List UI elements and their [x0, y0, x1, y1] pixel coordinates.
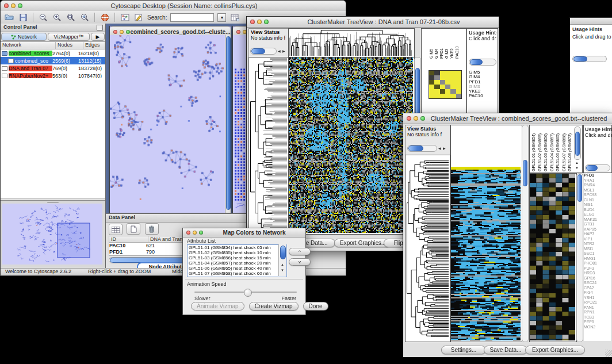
network-list-row[interactable]: combined_sco 2569(6) 13112(15) [1, 57, 105, 64]
zoom-window-icon[interactable] [264, 20, 269, 24]
gene-label[interactable]: SEC1 [584, 251, 611, 256]
close-icon[interactable] [407, 116, 411, 121]
treeview1-zoom-heatmap[interactable] [429, 70, 462, 99]
traffic-lights[interactable] [4, 3, 22, 8]
scrollbar-thumb[interactable] [280, 246, 286, 259]
treeview1-labels-hscrollbar[interactable] [469, 59, 496, 66]
close-icon[interactable] [113, 30, 117, 34]
network-overview-canvas[interactable] [2, 204, 102, 265]
annotation-icon[interactable] [133, 13, 144, 22]
zoom-heatmap-cell[interactable] [440, 80, 445, 85]
gene-label[interactable]: RNR4 [584, 183, 611, 188]
attribute-list-item[interactable]: GPL51-04 (GSM857) heat shock 20 min [188, 260, 286, 266]
gene-label[interactable]: YRA1 [584, 178, 611, 183]
search-input[interactable] [170, 13, 214, 22]
gene-label[interactable]: PEP5 [584, 320, 611, 325]
zoom-heatmap-cell[interactable] [440, 85, 445, 89]
fragment-hscrollbar[interactable] [572, 56, 607, 62]
gene-label[interactable]: GPI16 [584, 276, 611, 281]
column-label[interactable]: GIM3 [444, 30, 449, 59]
network-table-header[interactable]: Network Nodes Edges [1, 42, 105, 49]
traffic-lights[interactable] [250, 20, 269, 24]
gene-label[interactable]: MSI1 [584, 247, 611, 252]
column-label[interactable]: GIM4 [434, 30, 439, 59]
gene-label[interactable]: FIG4 [584, 290, 611, 296]
tab-overflow-arrow[interactable]: ▶ [91, 33, 105, 41]
export-graphics-button[interactable]: Export Graphics... [525, 346, 585, 354]
gene-label[interactable]: PAC10 [469, 94, 496, 98]
column-label[interactable]: GPL51-04 (GSM857) [549, 127, 556, 171]
network-birdseye-icon[interactable] [120, 13, 130, 22]
gene-label[interactable]: NIS1 [584, 202, 611, 208]
column-label[interactable]: GPL51-08 (GSM872) [567, 127, 573, 171]
zoom-heatmap-cell[interactable] [456, 94, 461, 98]
create-vizmap-button[interactable]: Create Vizmap [249, 302, 299, 311]
zoom-window-icon[interactable] [420, 116, 425, 121]
zoom-heatmap-cell[interactable] [429, 94, 434, 98]
close-icon[interactable] [250, 20, 255, 24]
gene-label[interactable]: MSL1 [584, 188, 611, 193]
usage-hints-hscrollbar[interactable] [585, 164, 610, 171]
close-icon[interactable] [4, 3, 9, 8]
gene-label[interactable]: MON2 [584, 325, 611, 330]
zoom-heatmap-cell[interactable] [450, 85, 456, 89]
traffic-lights[interactable] [113, 30, 130, 34]
zoom-selected-icon[interactable] [79, 13, 90, 22]
scroll-left-icon[interactable]: ◀ [438, 147, 441, 150]
zoom-heatmap-cell[interactable] [450, 94, 456, 98]
close-icon[interactable] [186, 231, 190, 235]
zoom-heatmap-vscrollbar[interactable] [576, 173, 583, 342]
move-up-button[interactable]: ^ [289, 248, 311, 255]
gene-label[interactable]: MAK31 [584, 217, 611, 223]
gene-label[interactable]: TCB3 [584, 315, 611, 320]
gene-label[interactable]: RPN1 [584, 310, 611, 315]
zoom-out-icon[interactable] [38, 13, 48, 22]
column-label[interactable]: GPL51-02 (GSM855) [537, 127, 544, 171]
column-label[interactable]: PFD1 [439, 30, 444, 59]
animate-vizmap-button[interactable]: Animate Vizmap [191, 302, 244, 311]
gene-label[interactable]: GTB1 [584, 222, 611, 227]
zoom-heatmap-cell[interactable] [450, 80, 456, 85]
column-label[interactable]: GIM5 [429, 30, 434, 59]
search-dropdown-arrow-icon[interactable]: ▼ [217, 13, 226, 22]
column-label[interactable]: PAC10 [454, 30, 460, 59]
gene-label[interactable]: KAP95 [584, 227, 611, 232]
network-vscrollbar[interactable] [225, 35, 231, 213]
zoom-heatmap-cell[interactable] [429, 89, 434, 94]
scrollbar-thumb[interactable] [251, 48, 265, 54]
column-label[interactable]: YKE2 [449, 30, 454, 59]
zoom-window-icon[interactable] [126, 30, 130, 34]
zoom-heatmap-cell[interactable] [450, 89, 456, 94]
treeview2-zoom-heatmap[interactable] [529, 173, 577, 342]
attribute-select-icon[interactable] [109, 224, 123, 235]
zoom-heatmap-cell[interactable] [445, 80, 450, 85]
scroll-up-icon[interactable]: ▲ [281, 263, 284, 266]
minimize-icon[interactable] [257, 20, 262, 24]
scrollbar-thumb[interactable] [586, 165, 598, 171]
minimize-icon[interactable] [120, 30, 124, 34]
export-graphics-button[interactable]: Export Graphics... [334, 239, 391, 247]
fragment-hscrollbar-thumb[interactable] [573, 56, 587, 62]
zoom-heatmap-cell[interactable] [456, 80, 461, 85]
treeview1-column-dendrogram[interactable] [288, 28, 415, 58]
treeview2-vscrollbar-thumb[interactable] [523, 160, 527, 186]
float-panel-icon[interactable] [97, 25, 103, 30]
column-label[interactable]: GPL51-07 (GSM868) [561, 127, 568, 171]
network-list-row[interactable]: DNA and Tran 07 769(0) 183728(0) [1, 64, 105, 72]
zoom-fit-icon[interactable] [66, 13, 76, 22]
gene-label[interactable]: HMG1 [584, 256, 611, 262]
minimize-icon[interactable] [414, 116, 418, 121]
gene-label[interactable]: BUD4 [584, 208, 611, 213]
gene-label[interactable]: HAP3 [584, 232, 611, 237]
dialog-titlebar[interactable]: Map Colors to Network [183, 228, 305, 237]
zoom-window-icon[interactable] [199, 231, 203, 235]
scroll-down-icon[interactable]: ▼ [281, 269, 284, 272]
gene-label[interactable]: SPC98 [584, 193, 611, 198]
treeview1-row-dendrogram[interactable] [248, 57, 289, 235]
column-labels-vscrollbar[interactable] [574, 127, 581, 160]
help-lifering-icon[interactable] [100, 13, 110, 22]
gene-label[interactable]: VIP1 [584, 237, 611, 242]
close-icon[interactable] [236, 30, 240, 34]
traffic-lights[interactable] [407, 116, 425, 121]
zoom-heatmap-cell[interactable] [440, 94, 445, 98]
